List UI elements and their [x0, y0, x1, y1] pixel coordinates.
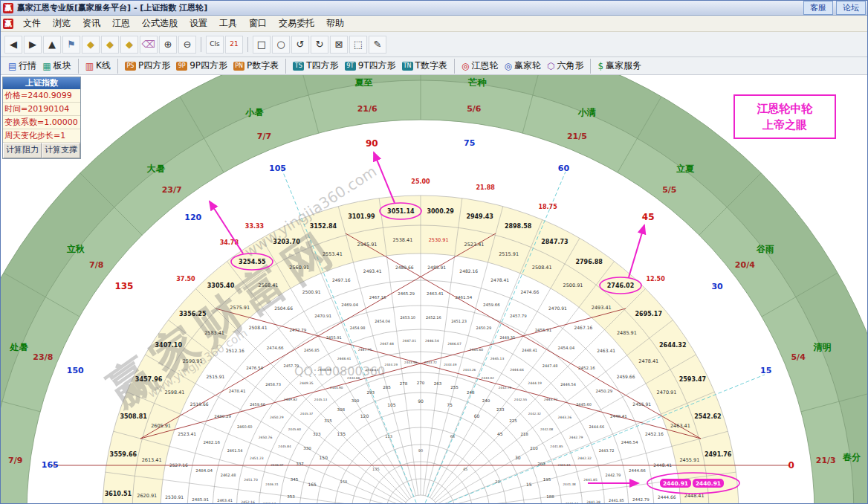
svg-text:105: 105	[387, 402, 396, 407]
menu-item-5[interactable]: 设置	[184, 16, 213, 31]
svg-text:2450.29: 2450.29	[270, 416, 284, 419]
tool-t-square[interactable]: TST四方形	[293, 59, 338, 72]
svg-text:2454.04: 2454.04	[375, 319, 390, 323]
zoom-in-icon[interactable]: ⊕	[159, 36, 177, 54]
svg-text:90: 90	[366, 138, 378, 149]
svg-text:337: 337	[296, 462, 304, 466]
menu-item-6[interactable]: 工具	[213, 16, 243, 31]
close-box-icon[interactable]: ⊠	[330, 36, 348, 54]
menu-item-8[interactable]: 交易委托	[273, 16, 320, 31]
menu-item-1[interactable]: 浏览	[47, 16, 77, 31]
lasso-tool-icon[interactable]: ○	[272, 36, 290, 54]
tool-winner-service[interactable]: $赢家服务	[597, 59, 641, 72]
brush-icon[interactable]: ✎	[369, 36, 386, 54]
svg-text:2530.91: 2530.91	[429, 237, 449, 243]
tool-label: 板块	[54, 59, 71, 72]
diamond-3-icon[interactable]: ◆	[120, 36, 138, 54]
tool-label: 9P四方形	[190, 59, 227, 72]
zoom-out-icon[interactable]: ⊖	[178, 36, 196, 54]
svg-text:3407.10: 3407.10	[155, 342, 183, 349]
tool-kline[interactable]: ▥K线	[85, 59, 111, 72]
tool-9p-square[interactable]: 9P9P四方形	[176, 59, 227, 72]
menu-logo-icon: 赢	[3, 19, 13, 29]
svg-text:45: 45	[497, 431, 503, 436]
tool-gann-wheel[interactable]: ◎江恩轮	[461, 59, 498, 72]
svg-text:315: 315	[324, 419, 332, 423]
pointer-icon[interactable]: ▲	[43, 36, 61, 54]
svg-text:2442.79: 2442.79	[606, 473, 621, 477]
svg-text:20/4: 20/4	[735, 260, 755, 270]
svg-text:2500.91: 2500.91	[563, 282, 583, 288]
9p-square-icon: 9P	[176, 62, 187, 71]
svg-text:270: 270	[417, 381, 425, 385]
svg-text:2449.35: 2449.35	[299, 381, 314, 385]
svg-text:135: 135	[114, 281, 133, 291]
svg-text:2508.41: 2508.41	[249, 325, 268, 330]
rotate-left-icon[interactable]: ↺	[291, 36, 309, 54]
svg-text:105: 105	[269, 164, 286, 173]
svg-text:2463.41: 2463.41	[217, 498, 233, 503]
tool-quotes[interactable]: ▤行情	[8, 59, 36, 72]
back-icon[interactable]: ◀	[4, 36, 22, 54]
svg-text:2515.91: 2515.91	[207, 374, 225, 379]
titlebar-button-0[interactable]: 客服	[803, 1, 833, 15]
panel-field-0: 价格=2440.9099	[3, 89, 80, 103]
tool-winner-wheel[interactable]: ◎赢家轮	[504, 59, 540, 72]
svg-text:2456.85: 2456.85	[304, 348, 320, 352]
menu-item-3[interactable]: 江恩	[106, 16, 136, 31]
eraser-icon[interactable]: ⌫	[140, 36, 158, 54]
forward-icon[interactable]: ▶	[24, 36, 42, 54]
toolbar-separator	[78, 59, 79, 74]
svg-text:2470.91: 2470.91	[314, 314, 331, 318]
tool-label: P四方形	[138, 59, 170, 72]
svg-text:2447.48: 2447.48	[380, 342, 394, 346]
tool-sectors[interactable]: ▦板块	[42, 59, 71, 72]
gann-wheel-chart[interactable]: 赢家财富网www.yingjia360.comwww.yingjia360.co…	[1, 75, 868, 504]
panel-button-1[interactable]: 计算支撑	[42, 143, 80, 158]
svg-text:45: 45	[642, 212, 655, 222]
cls-tool[interactable]: Cls	[206, 36, 224, 54]
svg-text:2847.73: 2847.73	[541, 239, 568, 245]
tool-label: 赢家轮	[514, 59, 541, 72]
svg-text:2450.29: 2450.29	[476, 326, 492, 330]
rect-tool-icon[interactable]: □	[253, 36, 271, 54]
svg-text:2452.16: 2452.16	[578, 366, 595, 370]
svg-text:小满: 小满	[577, 107, 596, 117]
svg-text:3457.96: 3457.96	[135, 376, 163, 383]
menu-item-2[interactable]: 资讯	[77, 16, 106, 31]
tool-t-number-table[interactable]: TNT数字表	[402, 59, 447, 72]
p-square-icon: PS	[125, 62, 136, 71]
diamond-2-icon[interactable]: ◆	[101, 36, 119, 54]
svg-text:2444.66: 2444.66	[510, 368, 524, 372]
tool-hexagon[interactable]: ⬡六角形	[547, 59, 583, 72]
diamond-1-icon[interactable]: ◆	[82, 36, 100, 54]
svg-text:2442.79: 2442.79	[632, 497, 650, 502]
tool-9t-square[interactable]: 9T9T四方形	[345, 59, 396, 72]
panel-button-0[interactable]: 计算阻力	[3, 143, 42, 158]
dashed-box-icon[interactable]: ⬚	[349, 36, 367, 54]
tool-p-square[interactable]: PSP四方形	[125, 59, 170, 72]
rotate-right-icon[interactable]: ↻	[311, 36, 328, 54]
titlebar-buttons: 客服论坛	[802, 1, 867, 15]
menu-item-7[interactable]: 窗口	[243, 16, 273, 31]
svg-text:2560.91: 2560.91	[289, 265, 309, 271]
svg-text:2448.41: 2448.41	[610, 414, 627, 419]
winner-wheel-icon: ◎	[504, 61, 511, 71]
menu-item-0[interactable]: 文件	[17, 16, 47, 31]
svg-text:2500.91: 2500.91	[302, 289, 321, 294]
flag-icon[interactable]: ⚑	[62, 36, 80, 54]
tool-p-number-table[interactable]: PNP数字表	[233, 59, 279, 72]
svg-text:3101.99: 3101.99	[348, 213, 375, 220]
menu-item-9[interactable]: 帮助	[320, 16, 350, 31]
annotation-arrow	[629, 225, 644, 277]
svg-text:2450.29: 2450.29	[596, 389, 613, 393]
calendar-tool[interactable]: 21	[225, 36, 243, 54]
titlebar-button-1[interactable]: 论坛	[836, 1, 866, 15]
annotation-line-2: 上帝之眼	[735, 117, 835, 133]
svg-text:2441.38: 2441.38	[586, 500, 600, 504]
svg-text:2467.16: 2467.16	[574, 325, 592, 330]
svg-text:2512.16: 2512.16	[226, 348, 244, 353]
menu-item-4[interactable]: 公式选股	[136, 16, 184, 31]
toolbar-separator	[590, 59, 591, 74]
window-title: 赢家江恩专业版[赢家服务平台] - [上证指数 江恩轮]	[17, 2, 802, 13]
